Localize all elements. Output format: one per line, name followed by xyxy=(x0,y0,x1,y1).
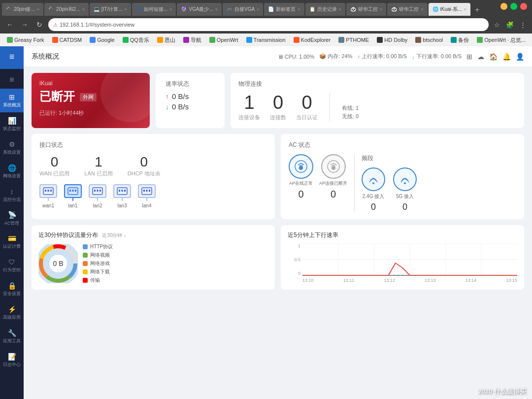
bookmark-favicon-11 xyxy=(377,37,383,43)
bell-button[interactable]: 🔔 xyxy=(502,53,511,61)
maximize-button[interactable] xyxy=(510,3,517,10)
sidebar-item-logs[interactable]: 📝 日志中心 xyxy=(0,348,24,372)
sidebar-item-ac[interactable]: 📡 AC管理 xyxy=(0,206,24,230)
svg-rect-3 xyxy=(50,190,52,192)
sidebar-hamburger[interactable]: ≡ xyxy=(0,71,24,89)
tab-6[interactable]: 🎮 自接VGA × xyxy=(223,3,263,16)
lan1-port-icon xyxy=(64,184,82,198)
sidebar-item-behavior[interactable]: 🛡 行为管控 xyxy=(0,254,24,277)
sidebar-item-overview[interactable]: ⊞ 系统概况 xyxy=(0,89,24,112)
connected-devices-num: 1 xyxy=(238,93,260,112)
tab-5[interactable]: 🔮 VGA最少... × xyxy=(177,3,222,16)
bookmark-google[interactable]: Google xyxy=(87,36,117,44)
bookmark-nav[interactable]: 导航 xyxy=(180,35,204,45)
tab-8[interactable]: 📋 历史记录 × xyxy=(305,3,345,16)
tab-bar: 🔌 20pin接... × 🔌 20pin和2... × 💻 [IT/计算...… xyxy=(0,0,532,16)
tab-7[interactable]: 📄 新标签页 × xyxy=(264,3,304,16)
sidebar-item-system-settings[interactable]: ⚙ 系统设置 xyxy=(0,136,24,160)
port-label-wan1: wan1 xyxy=(42,203,54,208)
memory-icon: 📦 xyxy=(319,53,326,60)
tab-close-2[interactable]: × xyxy=(82,7,84,12)
bookmark-openwrt-overview[interactable]: OpenWrt · 总览... xyxy=(474,35,529,45)
bookmark-hd-dolby[interactable]: HD Dolby xyxy=(374,36,410,44)
bookmark-catdsm[interactable]: CATDSM xyxy=(49,36,85,44)
wan1-port-icon xyxy=(39,184,57,198)
bookmark-greasy-fork[interactable]: Greasy Fork xyxy=(4,36,47,44)
back-button[interactable]: ← xyxy=(4,19,16,31)
lan-metric: 1 LAN 已启用 xyxy=(84,154,112,177)
address-box[interactable]: ⚠ 192.168.1.1/#/system-overview xyxy=(48,18,489,31)
sidebar-item-advanced[interactable]: ⚡ 高级应用 xyxy=(0,301,24,325)
browser-actions: ☆ 🧩 ⋮ xyxy=(492,19,528,30)
window-controls xyxy=(500,3,527,10)
minimize-button[interactable] xyxy=(500,3,507,10)
bookmark-qq-music[interactable]: QQ音乐 xyxy=(120,35,152,45)
bookmark-favicon-7 xyxy=(209,37,215,43)
svg-rect-19 xyxy=(149,190,150,192)
grid-view-button[interactable]: ⊞ xyxy=(466,53,472,61)
home-button[interactable]: 🏠 xyxy=(489,53,498,61)
bookmark-favicon-9 xyxy=(294,37,299,43)
connected-devices-label: 连接设备 xyxy=(238,114,260,121)
cloud-button[interactable]: ☁ xyxy=(477,53,484,61)
ac-inner: AP在线正常 0 AP连接已断开 0 xyxy=(289,154,516,212)
bookmark-backup[interactable]: 备份 xyxy=(448,35,472,45)
sidebar-logo: ≡ xyxy=(0,46,24,67)
bookmark-star-button[interactable]: ☆ xyxy=(492,19,502,30)
sidebar-item-traffic[interactable]: ↕ 流控分流 xyxy=(0,183,24,207)
tab-close-10[interactable]: × xyxy=(421,7,423,12)
tab-close-1[interactable]: × xyxy=(37,7,39,12)
sidebar-item-auth[interactable]: 💳 认证计费 xyxy=(0,230,24,254)
tab-3[interactable]: 💻 [IT/计算... × xyxy=(90,3,131,16)
tab-2[interactable]: 🔌 20pin和2... × xyxy=(44,3,89,16)
bookmark-favicon-13 xyxy=(451,37,457,43)
card-status-text: 已断开 xyxy=(39,89,75,104)
reload-button[interactable]: ↻ xyxy=(33,19,45,31)
tab-close-4[interactable]: × xyxy=(169,7,172,12)
svg-rect-14 xyxy=(122,190,123,192)
tab-close-5[interactable]: × xyxy=(215,7,218,12)
tab-close-6[interactable]: × xyxy=(257,7,259,12)
bookmark-transmission[interactable]: Transmission xyxy=(243,36,289,44)
forward-button[interactable]: → xyxy=(19,19,31,31)
sidebar-item-tools[interactable]: 🔧 应用工具 xyxy=(0,325,24,348)
new-tab-button[interactable]: + xyxy=(471,4,483,16)
speed-card: 速率状态 ↑ 0 B/s ↓ 0 B/s xyxy=(156,73,225,128)
bookmark-enshan[interactable]: 恩山 xyxy=(154,35,178,45)
bookmark-favicon-5 xyxy=(157,37,163,43)
user-button[interactable]: 👤 xyxy=(516,53,524,61)
svg-rect-11 xyxy=(100,190,101,192)
close-button[interactable] xyxy=(520,3,527,10)
port-wan1: wan1 xyxy=(39,184,57,208)
bookmark-btschool[interactable]: btschool xyxy=(412,36,446,44)
tab-10[interactable]: 🐼 研华工控 × xyxy=(387,3,427,16)
topbar-right: 🖥 CPU: 1.00% 📦 内存: 24% ↑ 上行速率: 0.00 B/S … xyxy=(278,53,524,61)
tab-11[interactable]: 🌐 iKuai-系... × xyxy=(429,3,470,16)
monitor-icon: 📊 xyxy=(8,116,16,125)
bookmark-kodexplorer[interactable]: KodExplorer xyxy=(291,36,334,44)
freq-2g-circle xyxy=(362,167,385,191)
extension-button[interactable]: 🧩 xyxy=(504,19,515,30)
legend-dot-http xyxy=(83,244,88,249)
upload-status: ↑ 上行速率: 0.00 B/S xyxy=(357,53,407,60)
tab-close-3[interactable]: × xyxy=(125,7,127,12)
download-arrow-icon: ↓ xyxy=(166,103,169,111)
lan2-port-icon xyxy=(89,184,106,198)
sidebar-item-network[interactable]: 🌐 网络设置 xyxy=(0,160,24,183)
sidebar-item-security[interactable]: 🔒 安全设置 xyxy=(0,277,24,301)
tab-close-7[interactable]: × xyxy=(298,7,300,12)
legend-download: 网络下载 xyxy=(83,268,113,275)
bookmark-pthome[interactable]: PTHOME xyxy=(335,36,372,44)
svg-rect-15 xyxy=(124,190,126,192)
traffic-chart-title: 近30分钟协议流量分布 近30分钟 ↓ xyxy=(38,231,268,239)
tab-1[interactable]: 🔌 20pin接... × xyxy=(2,3,43,16)
tab-close-9[interactable]: × xyxy=(380,7,382,12)
tab-4[interactable]: 🐾 如何短接... × xyxy=(132,3,176,16)
tab-9[interactable]: 🐼 研华工控 × xyxy=(346,3,386,16)
tab-close-8[interactable]: × xyxy=(339,7,341,12)
more-button[interactable]: ⋮ xyxy=(517,19,528,30)
tab-close-11[interactable]: × xyxy=(464,7,466,12)
bookmark-openwrt[interactable]: OpenWrt xyxy=(206,36,241,44)
sidebar-item-monitor[interactable]: 📊 状态监控 xyxy=(0,112,24,136)
legend-game: 网络游戏 xyxy=(83,260,113,267)
